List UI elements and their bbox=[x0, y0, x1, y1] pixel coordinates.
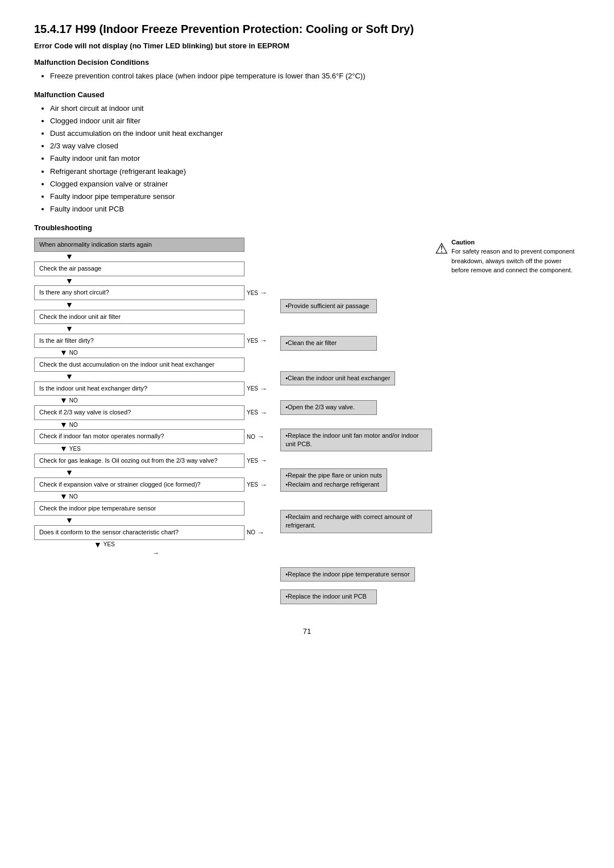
malfunction-caused-list: Air short circuit at indoor unit Clogged… bbox=[34, 102, 580, 215]
flow-q-short-box: Is there any short circuit? bbox=[34, 285, 244, 300]
result-exchanger: •Clean the indoor unit heat exchanger bbox=[280, 371, 395, 385]
yes-label-sensor: YES bbox=[103, 541, 115, 547]
arrow-3: ▼ bbox=[65, 324, 73, 334]
arrow-8: ▼ bbox=[60, 444, 68, 454]
yes-row-fan: ▼ YES bbox=[60, 444, 81, 454]
arrow-9: ▼ bbox=[65, 468, 73, 477]
result-gas-box: •Repair the pipe flare or union nuts•Rec… bbox=[280, 468, 387, 492]
flow-check-air-box: Check the air passage bbox=[34, 261, 244, 276]
arrow-5: ▼ bbox=[65, 372, 73, 381]
flow-check-filter-box: Check the indoor unit air filter bbox=[34, 310, 244, 324]
result-valve-box: •Open the 2/3 way valve. bbox=[280, 400, 377, 414]
yes-label-1: YES bbox=[247, 338, 258, 344]
arrow-yes-1: → bbox=[260, 337, 267, 344]
result-exchanger-box: •Clean the indoor unit heat exchanger bbox=[280, 371, 395, 385]
flow-q-fan-box: Check if indoor fan motor operates norma… bbox=[34, 429, 244, 443]
arrow-4: ▼ bbox=[60, 348, 68, 358]
no-label-1: NO bbox=[69, 350, 78, 356]
yes-row-sensor: ▼ YES bbox=[94, 540, 115, 550]
yes-label-0: YES bbox=[247, 290, 258, 296]
flow-q-short-row: Is there any short circuit? YES → bbox=[34, 285, 267, 300]
no-label-fan: NO bbox=[247, 434, 255, 440]
flow-q-gas-row: Check for gas leakage. Is Oil oozing out… bbox=[34, 454, 267, 468]
flow-q-expansion-box: Check if expansion valve or strainer clo… bbox=[34, 477, 244, 492]
malfunction-caused-heading: Malfunction Caused bbox=[34, 90, 580, 99]
spacer bbox=[94, 550, 149, 556]
malfunction-caused-item-8: Faulty indoor unit PCB bbox=[50, 203, 580, 215]
arrow-yes-exp: → bbox=[260, 481, 267, 489]
arrow-yes-0: → bbox=[260, 289, 267, 297]
flow-diagram: When abnormality indication starts again… bbox=[34, 238, 432, 604]
result-pcb-box: •Replace the indoor unit PCB bbox=[280, 589, 377, 604]
malfunction-caused-item-0: Air short circuit at indoor unit bbox=[50, 102, 580, 115]
result-short-circuit-box: •Provide sufficient air passage bbox=[280, 299, 377, 313]
malfunction-decision-list: Freeze prevention control takes place (w… bbox=[34, 70, 580, 82]
result-gas: •Repair the pipe flare or union nuts•Rec… bbox=[280, 468, 387, 492]
flow-q-exchanger-box: Is the indoor unit heat exchanger dirty? bbox=[34, 381, 244, 396]
arrow-yes-2: → bbox=[260, 385, 267, 393]
flow-q-filter-row: Is the air filter dirty? YES → bbox=[34, 334, 267, 348]
flow-q-valve-box: Check if 2/3 way valve is closed? bbox=[34, 405, 244, 420]
caution-content: Caution For safety reason and to prevent… bbox=[451, 238, 580, 275]
result-expansion-box: •Reclaim and recharge with correct amoun… bbox=[280, 510, 432, 533]
arrow-yes-3: → bbox=[260, 409, 267, 417]
malfunction-caused-item-1: Clogged indoor unit air filter bbox=[50, 115, 580, 127]
troubleshooting-heading: Troubleshooting bbox=[34, 223, 580, 232]
arrow-no-fan: → bbox=[258, 433, 264, 441]
arrow-final-right: → bbox=[152, 549, 159, 557]
malfunction-caused-item-6: Clogged expansion valve or strainer bbox=[50, 178, 580, 190]
no-row-3: ▼ NO bbox=[60, 420, 78, 430]
subtitle: Error Code will not display (no Timer LE… bbox=[34, 41, 580, 50]
result-pcb: •Replace the indoor unit PCB bbox=[280, 589, 377, 604]
flow-q-sensor-box: Does it conform to the sensor characteri… bbox=[34, 525, 244, 539]
yes-label-exp: YES bbox=[247, 481, 258, 488]
arrow-yes-gas: → bbox=[260, 456, 267, 464]
caution-label: Caution bbox=[451, 239, 475, 246]
result-filter: •Clean the air filter bbox=[280, 336, 377, 350]
arrow-6: ▼ bbox=[60, 396, 68, 405]
page-title: 15.4.17 H99 (Indoor Freeze Prevention Pr… bbox=[34, 23, 580, 36]
final-yes-arrow: → bbox=[94, 549, 159, 557]
yes-label-2: YES bbox=[247, 385, 258, 392]
result-sensor-box: •Replace the indoor pipe temperature sen… bbox=[280, 567, 414, 582]
flow-left-col: When abnormality indication starts again… bbox=[34, 238, 280, 557]
page-number: 71 bbox=[34, 627, 580, 636]
flowchart-area: ⚠ Caution For safety reason and to preve… bbox=[34, 238, 580, 604]
no-label-sensor: NO bbox=[247, 529, 255, 535]
flow-q-valve-row: Check if 2/3 way valve is closed? YES → bbox=[34, 405, 267, 420]
yes-label-fan: YES bbox=[69, 446, 81, 452]
yes-label-3: YES bbox=[247, 409, 258, 416]
flow-right-col: •Provide sufficient air passage •Clean t… bbox=[280, 238, 432, 604]
caution-box: ⚠ Caution For safety reason and to preve… bbox=[435, 238, 580, 275]
arrow-11: ▼ bbox=[65, 516, 73, 525]
result-valve: •Open the 2/3 way valve. bbox=[280, 400, 377, 414]
arrow-7: ▼ bbox=[60, 420, 68, 430]
flow-q-sensor-row: Does it conform to the sensor characteri… bbox=[34, 525, 264, 539]
no-label-2: NO bbox=[69, 397, 78, 404]
malfunction-caused-item-5: Refrigerant shortage (refrigerant leakag… bbox=[50, 165, 580, 178]
flow-q-expansion-row: Check if expansion valve or strainer clo… bbox=[34, 477, 267, 492]
result-fan-box: •Replace the indoor unit fan motor and/o… bbox=[280, 429, 432, 452]
flow-q-filter-box: Is the air filter dirty? bbox=[34, 334, 244, 348]
flow-q-fan-row: Check if indoor fan motor operates norma… bbox=[34, 429, 264, 443]
no-label-3: NO bbox=[69, 422, 78, 428]
yes-label-gas: YES bbox=[247, 458, 258, 464]
arrow-12: ▼ bbox=[94, 540, 102, 550]
malfunction-decision-item: Freeze prevention control takes place (w… bbox=[50, 70, 580, 82]
no-label-exp: NO bbox=[69, 493, 78, 500]
malfunction-caused-item-3: 2/3 way valve closed bbox=[50, 140, 580, 152]
flow-start-box: When abnormality indication starts again bbox=[34, 238, 244, 252]
caution-text: For safety reason and to prevent compone… bbox=[451, 248, 574, 273]
result-sensor: •Replace the indoor pipe temperature sen… bbox=[280, 567, 414, 582]
arrow-no-sensor: → bbox=[258, 529, 264, 537]
arrow-1: ▼ bbox=[65, 276, 73, 286]
flow-q-gas-box: Check for gas leakage. Is Oil oozing out… bbox=[34, 454, 244, 468]
caution-icon: ⚠ bbox=[435, 238, 448, 260]
arrow-0: ▼ bbox=[65, 252, 73, 261]
malfunction-caused-item-7: Faulty indoor pipe temperature sensor bbox=[50, 190, 580, 203]
flow-check-dust-box: Check the dust accumulation on the indoo… bbox=[34, 358, 244, 372]
result-fan: •Replace the indoor unit fan motor and/o… bbox=[280, 429, 432, 452]
malfunction-caused-item-4: Faulty indoor unit fan motor bbox=[50, 152, 580, 165]
malfunction-caused-item-2: Dust accumulation on the indoor unit hea… bbox=[50, 127, 580, 140]
no-row-exp: ▼ NO bbox=[60, 492, 78, 501]
